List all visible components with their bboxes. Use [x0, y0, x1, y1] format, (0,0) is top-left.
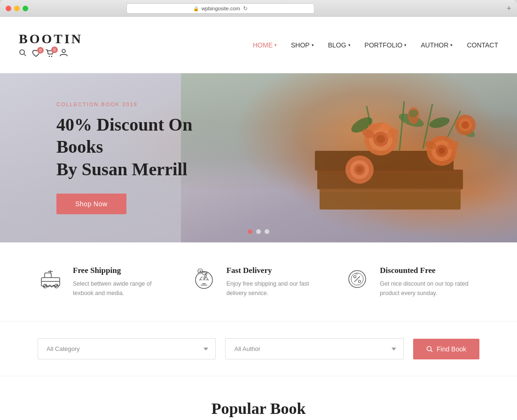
- feature-shipping: Free Shipping Select bettwen awide range…: [38, 266, 172, 298]
- svg-point-58: [359, 280, 361, 282]
- nav-item-shop[interactable]: SHOP ▾: [291, 41, 314, 49]
- url-display: wpbingosite.com: [202, 6, 240, 11]
- find-book-button[interactable]: Find Book: [413, 339, 479, 359]
- svg-point-25: [368, 124, 379, 131]
- new-tab-button[interactable]: +: [507, 4, 511, 13]
- svg-rect-9: [317, 170, 463, 173]
- svg-line-56: [354, 276, 360, 282]
- author-select[interactable]: All Author: [225, 338, 403, 359]
- svg-point-29: [439, 148, 445, 154]
- wishlist-badge: 0: [37, 47, 44, 54]
- feature-delivery-title: Fast Delivery: [227, 266, 326, 275]
- search-icon[interactable]: [19, 49, 26, 58]
- site-logo[interactable]: BOOTIN: [19, 31, 83, 47]
- svg-point-16: [428, 116, 451, 130]
- popular-title: Popular Book: [38, 400, 479, 418]
- svg-line-61: [431, 350, 432, 352]
- traffic-lights: [6, 6, 28, 11]
- carousel-dot-2[interactable]: [256, 229, 261, 234]
- search-icon: [426, 346, 433, 352]
- nav-item-blog[interactable]: BLOG ▾: [328, 41, 351, 49]
- nav-item-home[interactable]: HOME ▾: [253, 41, 277, 49]
- feature-shipping-desc: Select bettwen awide range of texbook an…: [73, 279, 172, 298]
- popular-section: Popular Book: [0, 376, 517, 420]
- refresh-icon: ↻: [243, 5, 248, 12]
- svg-point-24: [380, 124, 391, 131]
- features-section: Free Shipping Select bettwen awide range…: [0, 242, 517, 322]
- svg-line-11: [400, 101, 404, 151]
- website-content: BOOTIN 0: [0, 17, 517, 420]
- hero-carousel-dots: [248, 229, 269, 234]
- nav-item-portfolio[interactable]: PORTFOLIO ▾: [365, 41, 407, 49]
- svg-point-40: [409, 109, 418, 117]
- svg-point-4: [62, 49, 65, 53]
- svg-rect-8: [320, 188, 461, 192]
- chevron-down-icon: ▾: [312, 43, 314, 47]
- search-row: All Category All Author Find Book: [38, 338, 479, 359]
- svg-point-48: [203, 272, 205, 275]
- svg-point-0: [20, 50, 24, 54]
- category-select[interactable]: All Category: [38, 338, 216, 359]
- lock-icon: 🔒: [193, 6, 199, 11]
- feature-delivery-text: Fast Delivery Enjoy free shipping and ou…: [227, 266, 326, 298]
- header-icons: 0 0: [19, 48, 97, 58]
- browser-window: 🔒 wpbingosite.com ↻ + BOOTIN: [0, 0, 517, 420]
- svg-text:%: %: [355, 272, 358, 275]
- carousel-dot-3[interactable]: [265, 229, 269, 234]
- feature-shipping-text: Free Shipping Select bettwen awide range…: [73, 266, 172, 298]
- svg-point-60: [427, 346, 431, 350]
- ship-icon: [38, 266, 63, 292]
- delivery-icon: [191, 266, 217, 292]
- logo-wrapper: BOOTIN 0: [19, 31, 97, 58]
- cart-badge: 0: [51, 47, 58, 53]
- address-bar[interactable]: 🔒 wpbingosite.com ↻: [126, 3, 314, 14]
- main-nav: HOME ▾ SHOP ▾ BLOG ▾ PORTFOLIO ▾ AUTHOR: [253, 41, 498, 49]
- feature-delivery-desc: Enjoy free shipping and our fast deliver…: [227, 279, 326, 298]
- chevron-down-icon: ▾: [348, 43, 351, 47]
- svg-line-1: [24, 54, 26, 56]
- nav-item-contact[interactable]: CONTACT: [467, 41, 498, 49]
- feature-delivery: Fast Delivery Enjoy free shipping and ou…: [191, 266, 326, 298]
- shop-now-button[interactable]: Shop Now: [56, 194, 126, 214]
- hero-roses-svg: [291, 78, 489, 233]
- close-button[interactable]: [6, 6, 11, 11]
- feature-discount-desc: Get nice discount on our top rated produ…: [380, 279, 479, 298]
- feature-discount-title: Discounted Free: [380, 266, 479, 275]
- browser-titlebar: 🔒 wpbingosite.com ↻ +: [0, 0, 517, 17]
- account-icon[interactable]: [60, 48, 68, 58]
- svg-point-21: [376, 135, 385, 143]
- maximize-button[interactable]: [23, 6, 28, 11]
- hero-section: COLLECTION BOOK 2019 40% Discount On Boo…: [0, 73, 517, 242]
- hero-content: COLLECTION BOOK 2019 40% Discount On Boo…: [0, 101, 207, 215]
- site-header: BOOTIN 0: [0, 17, 517, 73]
- chevron-down-icon: ▾: [404, 43, 407, 47]
- svg-point-38: [462, 121, 469, 129]
- cart-icon-wrapper[interactable]: 0: [46, 49, 54, 57]
- hero-subtitle: COLLECTION BOOK 2019: [56, 101, 207, 107]
- feature-discount: % Discounted Free Get nice discount on o…: [345, 266, 479, 298]
- chevron-down-icon: ▾: [274, 43, 277, 47]
- wishlist-icon-wrapper[interactable]: 0: [32, 50, 40, 57]
- svg-point-57: [354, 275, 356, 278]
- svg-point-3: [51, 56, 52, 57]
- minimize-button[interactable]: [14, 6, 20, 11]
- feature-discount-text: Discounted Free Get nice discount on our…: [380, 266, 479, 298]
- carousel-dot-1[interactable]: [248, 229, 252, 234]
- svg-point-35: [356, 166, 363, 173]
- search-section: All Category All Author Find Book: [0, 322, 517, 376]
- hero-title: 40% Discount On Books By Susan Merrill: [56, 114, 207, 181]
- chevron-down-icon: ▾: [450, 43, 453, 47]
- feature-shipping-title: Free Shipping: [73, 266, 172, 275]
- discount-icon: %: [345, 266, 370, 292]
- hero-image: [181, 73, 517, 242]
- nav-item-author[interactable]: AUTHOR ▾: [421, 41, 453, 49]
- svg-point-2: [49, 56, 50, 57]
